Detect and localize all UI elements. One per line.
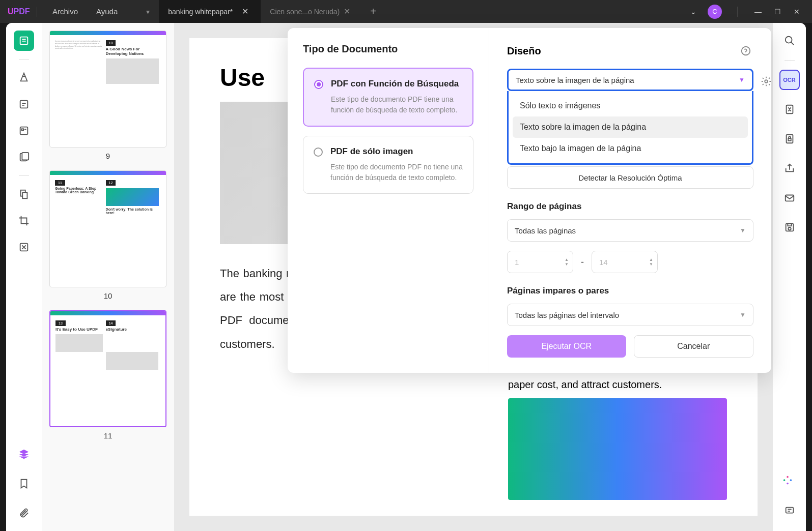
svg-point-24 [742, 47, 750, 55]
option-description: Este tipo de documento PDF tiene una fun… [331, 94, 462, 115]
page-parity-select[interactable]: Todas las páginas del intervalo ▼ [507, 304, 753, 326]
spinner-down-icon[interactable]: ▼ [565, 262, 569, 267]
cancel-button[interactable]: Cancelar [634, 335, 754, 358]
pages-tool[interactable] [14, 184, 34, 204]
close-button[interactable]: ✕ [792, 8, 802, 16]
menu-ayuda[interactable]: Ayuda [87, 7, 127, 16]
maximize-button[interactable]: ☐ [772, 8, 782, 16]
chevron-down-icon: ▼ [740, 227, 746, 234]
svg-rect-19 [788, 224, 791, 226]
comments-button[interactable] [779, 500, 800, 521]
svg-rect-8 [22, 153, 29, 160]
gear-icon[interactable] [759, 74, 774, 89]
new-tab-button[interactable]: + [362, 6, 384, 17]
radio-icon [314, 148, 323, 157]
user-avatar[interactable]: C [708, 5, 722, 19]
attachment-button[interactable] [14, 503, 34, 523]
tab-active[interactable]: banking whitepapar* ✕ [159, 0, 261, 23]
layout-select-wrapper: Texto sobre la imagen de la página ▼ Sól… [507, 69, 753, 91]
doc-image [508, 398, 727, 500]
doc-type-searchable[interactable]: PDF con Función de Búsqueda Este tipo de… [303, 68, 473, 127]
spinner-up-icon[interactable]: ▲ [649, 257, 653, 262]
svg-rect-17 [785, 195, 794, 201]
tab-home[interactable]: ▾ [137, 0, 159, 23]
detect-resolution-button[interactable]: Detectar la Resolución Óptima [507, 166, 753, 189]
ocr-settings-section: Diseño Texto sobre la imagen de la págin… [489, 28, 771, 373]
page-parity-title: Páginas impares o pares [507, 286, 753, 296]
close-icon[interactable]: ✕ [239, 6, 251, 17]
chevron-down-icon[interactable]: ⌄ [688, 8, 698, 16]
svg-rect-5 [21, 129, 23, 130]
chevron-down-icon: ▼ [740, 311, 746, 318]
tab-bar: ▾ banking whitepapar* ✕ Cien sone...o Ne… [137, 0, 384, 23]
share-button[interactable] [779, 158, 800, 179]
svg-point-12 [785, 37, 792, 43]
svg-point-25 [765, 80, 768, 83]
thumbnail-page-11[interactable]: 13It's Easy to Use UPDF14eSignature 11 [49, 310, 166, 440]
radio-icon [314, 80, 323, 89]
thumbnail-panel[interactable]: Lorem ipsum dolor sit amet consectetur a… [42, 23, 174, 531]
thumbnail-page-9[interactable]: Lorem ipsum dolor sit amet consectetur a… [49, 31, 166, 160]
tab-title: Cien sone...o Neruda) [270, 8, 340, 16]
help-icon[interactable] [738, 43, 753, 58]
crop-tool[interactable] [14, 211, 34, 231]
spinner-up-icon[interactable]: ▲ [565, 257, 569, 262]
highlight-tool[interactable] [14, 68, 34, 88]
minimize-button[interactable]: — [753, 8, 763, 16]
page-range-select[interactable]: Todas las páginas ▼ [507, 219, 753, 242]
close-icon[interactable]: ✕ [341, 6, 353, 17]
reader-mode-button[interactable] [14, 31, 34, 51]
option-label: PDF de sólo imagen [330, 146, 463, 157]
page-range-title: Rango de páginas [507, 201, 753, 212]
page-to-input[interactable]: 14 ▲▼ [592, 251, 658, 273]
option-description: Este tipo de documento PDF no tiene una … [330, 162, 463, 183]
save-button[interactable] [779, 217, 800, 238]
thumbnail-page-10[interactable]: 11Going Paperless: A Step Toward Green B… [49, 170, 166, 300]
titlebar: UPDF Archivo Ayuda ▾ banking whitepapar*… [0, 0, 812, 23]
doc-caption: paper cost, and attract customers. [508, 379, 727, 391]
page-number: 10 [49, 291, 166, 300]
search-button[interactable] [779, 31, 800, 51]
ocr-doc-type-section: Tipo de Documento PDF con Función de Bús… [288, 28, 489, 373]
spinner-down-icon[interactable]: ▼ [649, 262, 653, 267]
page-number: 11 [49, 431, 166, 440]
divider [737, 7, 738, 17]
redact-tool[interactable] [14, 237, 34, 257]
edit-tool[interactable] [14, 94, 34, 114]
tab-title: banking whitepapar* [168, 8, 233, 16]
form-tool[interactable] [14, 121, 34, 141]
layout-dropdown: Sólo texto e imágenes Texto sobre la ima… [507, 91, 753, 165]
layers-button[interactable] [14, 444, 34, 464]
dropdown-option-text-under[interactable]: Texto bajo la imagen de la página [513, 138, 748, 159]
right-toolbar: OCR [773, 23, 806, 531]
page-range-inputs: 1 ▲▼ - 14 ▲▼ [507, 251, 753, 273]
chevron-down-icon: ▼ [739, 76, 745, 83]
ocr-panel: Tipo de Documento PDF con Función de Bús… [288, 28, 771, 373]
svg-rect-16 [788, 138, 791, 141]
email-button[interactable] [779, 188, 800, 208]
bookmark-button[interactable] [14, 474, 34, 494]
page-number: 9 [49, 152, 166, 160]
dropdown-option-text-over[interactable]: Texto sobre la imagen de la página [513, 116, 748, 138]
run-ocr-button[interactable]: Ejecutar OCR [507, 335, 626, 358]
svg-rect-21 [786, 508, 793, 513]
ocr-button[interactable]: OCR [779, 70, 800, 90]
select-value: Todas las páginas [515, 226, 576, 235]
protect-button[interactable] [779, 129, 800, 149]
doc-type-title: Tipo de Documento [303, 43, 473, 55]
select-value: Todas las páginas del intervalo [515, 311, 619, 319]
dropdown-option-text-images[interactable]: Sólo texto e imágenes [513, 95, 748, 116]
convert-button[interactable] [779, 99, 800, 120]
window-controls: ⌄ C — ☐ ✕ [688, 5, 812, 19]
action-buttons: Ejecutar OCR Cancelar [507, 335, 753, 358]
layout-select[interactable]: Texto sobre la imagen de la página ▼ [507, 69, 753, 91]
tab-inactive[interactable]: Cien sone...o Neruda) ✕ [261, 0, 362, 23]
left-toolbar [6, 23, 42, 531]
menu-archivo[interactable]: Archivo [43, 7, 87, 16]
doc-type-image-only[interactable]: PDF de sólo imagen Este tipo de document… [303, 136, 473, 194]
ai-assistant-icon[interactable] [782, 475, 797, 490]
organize-tool[interactable] [14, 147, 34, 167]
divider [37, 7, 37, 17]
svg-line-13 [791, 42, 794, 45]
page-from-input[interactable]: 1 ▲▼ [507, 251, 573, 273]
